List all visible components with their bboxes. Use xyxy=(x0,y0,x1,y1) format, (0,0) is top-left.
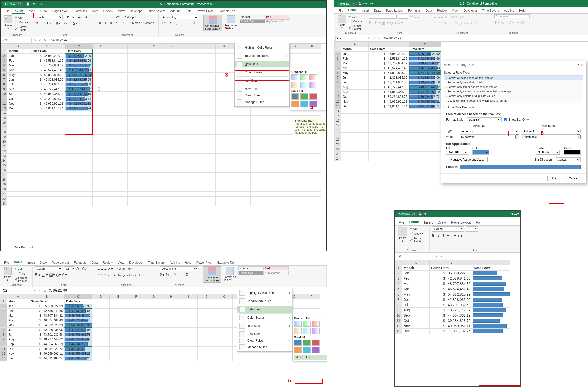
sheet-tab-databar[interactable]: Data Bar xyxy=(11,245,29,250)
menu-icon-sets[interactable]: Icon Sets› xyxy=(235,77,289,84)
fx-cancel-icon[interactable]: ✕ xyxy=(33,39,38,42)
tab-power-pivot[interactable]: Power Pivot xyxy=(194,260,215,265)
solid-green[interactable] xyxy=(300,93,308,100)
rule-type-item[interactable]: Format only top or bottom ranked values xyxy=(444,85,583,89)
tab-draw[interactable]: Draw xyxy=(38,8,50,14)
cut-button[interactable]: ✂ Cut xyxy=(347,14,365,19)
format-as-table-button[interactable]: Format asTable ▾ xyxy=(223,15,239,31)
percent-button[interactable]: % xyxy=(168,21,173,25)
gradient-purple[interactable] xyxy=(309,82,317,88)
tab-draw[interactable]: Draw xyxy=(435,219,448,225)
gradient-aqua[interactable] xyxy=(300,82,308,88)
autosave-toggle[interactable]: AutoSave Off xyxy=(337,2,357,6)
menu-top-bottom[interactable]: Top/Bottom Rules› xyxy=(235,53,289,59)
tab-review[interactable]: Review xyxy=(434,8,449,13)
tab-insert[interactable]: Insert xyxy=(421,219,435,225)
font-size-select[interactable]: 11 xyxy=(64,15,75,19)
orientation-button[interactable]: ⤢▾ xyxy=(115,15,121,19)
paste-button[interactable]: 📋Paste▾ xyxy=(2,266,13,283)
tab-file[interactable]: File xyxy=(2,8,12,14)
tab-developer[interactable]: Developer xyxy=(127,260,146,265)
max-type-select[interactable]: Automatic xyxy=(521,129,581,133)
fx-icon[interactable]: fx xyxy=(43,39,48,42)
tab-home[interactable]: Home xyxy=(346,7,359,13)
tab-help[interactable]: Help xyxy=(517,8,528,13)
format-style-select[interactable]: Data Bar xyxy=(467,117,502,122)
align-bottom-button[interactable]: ≡ xyxy=(109,15,113,19)
tab-power-pivot[interactable]: Power Pivot xyxy=(194,8,215,14)
tab-home[interactable]: Home xyxy=(11,259,25,265)
menu-data-bars[interactable]: Data Bars› xyxy=(235,61,289,67)
menu-icon-sets[interactable]: Icon Sets› xyxy=(237,323,292,329)
tab-draw[interactable]: Draw xyxy=(37,260,49,265)
menu-manage-rules[interactable]: Manage Rules... xyxy=(237,344,292,350)
tab-time-savers[interactable]: Time Savers xyxy=(480,8,501,13)
tab-page-layout[interactable]: Page Layout xyxy=(448,219,473,225)
comma-button[interactable]: , xyxy=(175,21,178,25)
min-value-input[interactable] xyxy=(460,134,515,139)
tab-help[interactable]: Help xyxy=(182,260,194,265)
menu-data-bars[interactable]: Data Bars› xyxy=(237,306,292,313)
style-normal[interactable]: Normal xyxy=(240,15,265,19)
gradient-orange[interactable] xyxy=(291,82,299,88)
tab-add-ins[interactable]: Add-ins xyxy=(501,8,517,13)
align-center-button[interactable]: ≡ xyxy=(103,21,107,25)
tab-home[interactable]: Home xyxy=(407,219,422,225)
indent-dec-button[interactable]: ⇤ xyxy=(115,21,119,25)
tab-page-layout[interactable]: Page Layout xyxy=(50,8,72,14)
tab-fo[interactable]: Fo xyxy=(473,219,482,225)
tab-formulas[interactable]: Formulas xyxy=(72,8,89,14)
tab-developer[interactable]: Developer xyxy=(127,8,146,14)
tab-insert[interactable]: Insert xyxy=(25,260,37,265)
borders-button[interactable]: ▦ ▾ xyxy=(54,21,62,25)
fx-confirm-icon[interactable]: ✓ xyxy=(38,39,43,42)
bar-direction-select[interactable]: Context xyxy=(556,157,581,162)
menu-highlight-cells[interactable]: Highlight Cells Rules› xyxy=(237,289,292,296)
redo-icon[interactable]: ↷▾ xyxy=(40,2,44,6)
menu-top-bottom[interactable]: Top/Bottom Rules› xyxy=(237,298,292,304)
redo-icon[interactable]: ↷▾ xyxy=(369,2,373,5)
tab-add-ins[interactable]: Add-ins xyxy=(168,8,183,14)
solid-blue[interactable] xyxy=(291,93,299,100)
tab-page-layout[interactable]: Page Layout xyxy=(49,260,71,265)
decrease-decimal-button[interactable]: ←.0 xyxy=(189,21,196,25)
decrease-font-button[interactable]: A↓ xyxy=(84,15,90,19)
increase-font-button[interactable]: A↑ xyxy=(77,15,83,19)
border-select[interactable]: No Border xyxy=(536,150,560,155)
tab-view[interactable]: View xyxy=(116,8,127,14)
tab-data[interactable]: Data xyxy=(89,260,100,265)
tab-add-ins[interactable]: Add-ins xyxy=(167,260,182,265)
tab-file[interactable]: File xyxy=(2,260,11,265)
tab-example-tab[interactable]: Example Tab xyxy=(215,8,238,14)
tab-review[interactable]: Review xyxy=(101,8,115,14)
negative-axis-button[interactable]: Negative Value and Axis... xyxy=(448,157,488,162)
rule-type-item[interactable]: Format only values that are above or bel… xyxy=(444,89,583,94)
rule-type-item[interactable]: Use a formula to determine which cells t… xyxy=(444,98,583,103)
cancel-button[interactable]: Cancel xyxy=(564,176,583,181)
menu-color-scales[interactable]: Color Scales› xyxy=(237,314,292,321)
add-sheet-button[interactable]: + xyxy=(30,245,34,249)
max-refpick-button[interactable]: ↥ xyxy=(577,134,581,139)
menu-manage-rules[interactable]: Manage Rules... xyxy=(235,99,289,105)
bold-button[interactable]: B xyxy=(35,21,40,25)
tab-home[interactable]: Home xyxy=(12,8,25,14)
tab-review[interactable]: Review xyxy=(100,260,115,265)
more-rules-item[interactable]: More Rules... xyxy=(294,355,327,360)
menu-new-rule[interactable]: New Rule... xyxy=(235,86,289,92)
gradient-blue[interactable] xyxy=(291,74,299,80)
format-as-table-button[interactable]: Format asTable▾ xyxy=(222,266,238,283)
font-color-button[interactable]: A ▾ xyxy=(72,21,78,26)
ok-button[interactable]: OK xyxy=(547,176,561,181)
format-painter-button[interactable]: 🖌Format Painter xyxy=(14,25,31,32)
conditional-formatting-button[interactable]: ConditionalFormatting▾ xyxy=(203,266,221,283)
align-left-button[interactable]: ≡ xyxy=(98,21,102,25)
indent-inc-button[interactable]: ⇥ xyxy=(121,21,126,25)
format-painter-button[interactable]: 🖌 Format Painter xyxy=(347,24,365,31)
menu-highlight-cells[interactable]: Highlight Cells Rules› xyxy=(235,44,289,51)
tab-view[interactable]: View xyxy=(449,8,461,13)
dialog-close-icon[interactable]: ✕ xyxy=(581,63,583,67)
number-format-select[interactable]: Accounting xyxy=(161,15,198,19)
tab-file[interactable]: File xyxy=(336,8,346,13)
autosave-toggle[interactable]: AutoSave Off xyxy=(3,2,23,6)
rule-type-item[interactable]: Format only unique or duplicate values xyxy=(444,94,583,98)
